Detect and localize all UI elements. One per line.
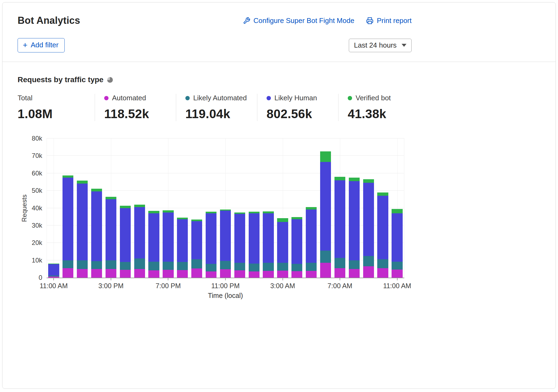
stacked-bar[interactable] (320, 138, 331, 278)
stacked-bar[interactable] (148, 138, 159, 278)
stat-total-value: 1.08M (18, 107, 95, 121)
bar-segment-automated (291, 271, 302, 278)
stacked-bar[interactable] (363, 138, 374, 278)
stacked-bar[interactable] (134, 138, 145, 278)
plot-area: 010k20k30k40k50k60k70k80k (47, 138, 404, 278)
bar-segment-likely-human (263, 213, 274, 263)
stacked-bar[interactable] (377, 138, 388, 278)
bar-segment-likely-automated (334, 258, 345, 268)
stacked-bar[interactable] (349, 138, 360, 278)
bar-segment-likely-human (177, 219, 188, 262)
bars (47, 138, 404, 278)
y-tick-label: 30k (32, 222, 42, 229)
stacked-bar[interactable] (263, 138, 274, 278)
y-tick-label: 80k (32, 135, 42, 142)
bar-segment-likely-human (349, 181, 360, 260)
y-tick-label: 20k (32, 239, 42, 247)
stacked-bar[interactable] (177, 138, 188, 278)
stacked-bar[interactable] (249, 138, 260, 278)
bar-segment-automated (234, 270, 245, 278)
stat-total: Total 1.08M (18, 94, 95, 121)
stacked-bar[interactable] (191, 138, 202, 278)
bar-segment-likely-human (306, 210, 317, 263)
bar-segment-likely-human (249, 213, 260, 264)
bar-segment-automated (77, 269, 88, 278)
bar-segment-verified-bot (334, 177, 345, 180)
bar-segment-likely-human (392, 213, 402, 262)
stacked-bar[interactable] (120, 138, 131, 278)
add-filter-button[interactable]: + Add filter (18, 38, 65, 52)
automated-legend-dot (104, 96, 109, 100)
bar-segment-automated (63, 268, 73, 278)
y-tick-label: 50k (32, 187, 42, 194)
bar-segment-automated (334, 268, 345, 278)
stacked-bar[interactable] (220, 138, 231, 278)
tick-mark (225, 278, 226, 280)
bar-segment-likely-automated (163, 262, 173, 270)
stacked-bar[interactable] (63, 138, 73, 278)
bar-slot (247, 138, 261, 278)
bar-segment-likely-human (48, 264, 59, 275)
bar-segment-verified-bot (320, 151, 331, 162)
page-title: Bot Analytics (18, 15, 80, 26)
stacked-bar[interactable] (392, 138, 402, 278)
bar-segment-likely-human (363, 183, 374, 256)
stat-likely-automated: Likely Automated 119.04k (176, 94, 257, 121)
stat-automated-value: 118.52k (104, 107, 176, 121)
bar-segment-likely-automated (349, 260, 360, 269)
stacked-bar[interactable] (206, 138, 216, 278)
bar-segment-automated (134, 269, 145, 278)
bar-segment-likely-automated (392, 262, 402, 270)
bar-segment-automated (320, 263, 331, 278)
bar-segment-verified-bot (277, 218, 288, 222)
stat-total-label: Total (18, 94, 32, 102)
bar-slot (347, 138, 361, 278)
bar-segment-likely-automated (263, 263, 274, 271)
y-axis-title: Requests (21, 138, 28, 278)
stacked-bar[interactable] (306, 138, 317, 278)
bar-segment-likely-automated (120, 262, 131, 270)
bar-segment-verified-bot (77, 181, 88, 184)
bar-segment-likely-automated (148, 262, 159, 270)
bar-slot (333, 138, 347, 278)
bar-slot (376, 138, 390, 278)
stacked-bar[interactable] (277, 138, 288, 278)
stacked-bar[interactable] (77, 138, 88, 278)
stacked-bar[interactable] (234, 138, 245, 278)
stacked-bar[interactable] (291, 138, 302, 278)
stacked-bar[interactable] (163, 138, 173, 278)
bar-segment-automated (277, 271, 288, 278)
print-report-link[interactable]: Print report (366, 16, 412, 25)
stat-automated-label: Automated (112, 94, 146, 102)
x-tick-label: 11:00 AM (40, 282, 68, 290)
traffic-type-stats: Total 1.08M Automated 118.52k Likely Aut… (18, 94, 412, 121)
y-tick-label: 60k (32, 170, 42, 177)
bar-slot (232, 138, 247, 278)
bar-segment-likely-automated (206, 264, 216, 271)
stat-verified-bot: Verified bot 41.38k (338, 94, 419, 121)
stat-likely-automated-label: Likely Automated (193, 94, 247, 102)
y-tick-label: 10k (32, 257, 42, 264)
bar-segment-automated (220, 269, 231, 278)
stacked-bar[interactable] (106, 138, 116, 278)
configure-link-label: Configure Super Bot Fight Mode (254, 16, 355, 25)
time-range-select[interactable]: Last 24 hours (349, 39, 412, 52)
bar-segment-automated (91, 269, 102, 278)
wrench-icon (243, 17, 250, 24)
bar-slot (90, 138, 104, 278)
bar-slot (190, 138, 204, 278)
requests-chart: Requests 010k20k30k40k50k60k70k80k 11:00… (47, 138, 404, 300)
stacked-bar[interactable] (91, 138, 102, 278)
bar-slot (290, 138, 304, 278)
stacked-bar[interactable] (334, 138, 345, 278)
bar-segment-verified-bot (377, 192, 388, 196)
bar-segment-automated (206, 271, 216, 278)
tick-mark (168, 278, 168, 280)
x-tick-label: 3:00 PM (98, 282, 123, 290)
print-link-label: Print report (377, 16, 412, 25)
verified-bot-legend-dot (348, 96, 352, 100)
stacked-bar[interactable] (48, 138, 59, 278)
x-axis-title: Time (local) (47, 292, 404, 300)
configure-super-bot-fight-mode-link[interactable]: Configure Super Bot Fight Mode (243, 16, 355, 25)
bar-segment-likely-human (77, 184, 88, 260)
